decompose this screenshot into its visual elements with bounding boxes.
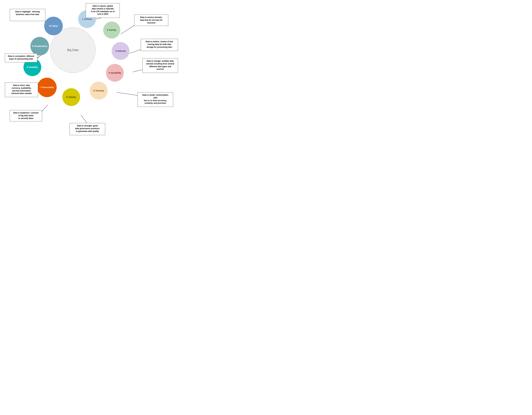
svg-line-5 [116, 92, 138, 96]
circle-variety: 2 Variety [103, 21, 120, 39]
circle-visualization: 9 Visualization [30, 37, 49, 56]
circle-label-validity: 6 Validity [66, 96, 76, 98]
circle-label-volatility: 8 Volatility [27, 66, 38, 69]
annotation-ann-motion: Data in motion: stream of fastmoving dat… [141, 39, 178, 51]
circle-label-vulnerability: 7 Vulnerability [40, 86, 54, 89]
annotation-ann-doubt: Data in doubt: conformationwithfact or i… [138, 92, 173, 107]
annotation-ann-strength: Data in strength: gooddata governance pr… [70, 123, 105, 135]
svg-line-6 [81, 115, 87, 123]
circle-velocity: 3 Velocity [112, 42, 129, 60]
svg-line-9 [37, 55, 41, 59]
circle-variability: 4 Variability [106, 64, 124, 82]
circle-vulnerability: 7 Vulnerability [37, 78, 57, 97]
circle-value: 10 Value [44, 17, 63, 35]
circle-label-variability: 4 Variability [109, 71, 121, 74]
svg-line-2 [121, 25, 135, 34]
circle-veracity: 5 Veracity [90, 82, 108, 99]
circle-label-velocity: 3 Velocity [115, 49, 126, 52]
svg-line-3 [129, 49, 141, 53]
annotation-ann-formats: Data in various formats:data that do not… [134, 15, 168, 26]
circle-label-variety: 2 Variety [107, 29, 116, 31]
annotation-ann-weakness: Data in weakness: a breachof big data le… [10, 110, 42, 121]
circle-validity: 6 Validity [62, 88, 80, 106]
annotation-ann-repose: Data in repose: globaldata volume is rep… [86, 3, 120, 18]
svg-line-7 [42, 105, 48, 112]
annotation-ann-store: Data in store: datacurrency, availabilit… [5, 83, 38, 97]
circle-label-value: 10 Value [49, 24, 58, 27]
annotation-ann-conception: Data in conception: differentways of rep… [5, 53, 37, 62]
annotation-ann-change: Data in change: multiple dataextends res… [142, 58, 178, 73]
diagram-container: Big Data 1 Volume2 Variety3 Velocity4 Va… [0, 0, 194, 146]
circle-label-volume: 1 Volume [82, 18, 92, 20]
svg-line-4 [133, 70, 143, 72]
circle-label-veracity: 5 Veracity [93, 89, 104, 92]
center-label: Big Data [67, 48, 78, 52]
annotation-ann-highlight: Data in highlight : derivingbusiness val… [10, 9, 45, 21]
circle-label-visualization: 9 Visualization [32, 45, 48, 48]
